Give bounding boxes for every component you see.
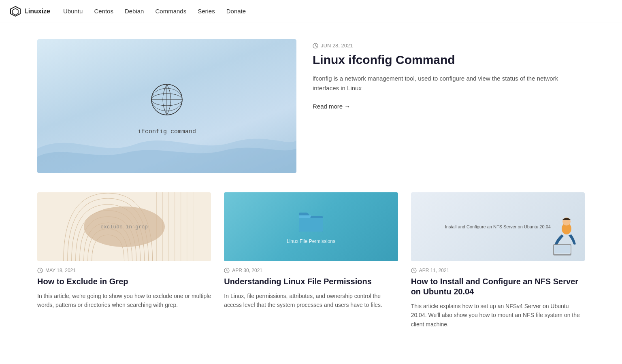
card-date-grep: MAY 18, 2021	[37, 268, 211, 273]
svg-marker-1	[13, 9, 18, 15]
card-grid: exclude in grep MAY 18, 2021 How to Excl…	[37, 192, 585, 329]
featured-title: Linux ifconfig Command	[313, 53, 585, 67]
clock-icon-grep	[37, 268, 43, 273]
svg-line-19	[40, 270, 41, 271]
card-title-grep: How to Exclude in Grep	[37, 277, 211, 287]
globe-icon	[145, 77, 189, 122]
featured-image: ifconfig command	[37, 39, 296, 173]
nav-ubuntu[interactable]: Ubuntu	[63, 8, 83, 15]
card-desc-permissions: In Linux, file permissions, attributes, …	[224, 292, 398, 310]
grep-blob: exclude in grep	[84, 206, 165, 247]
card-grep: exclude in grep MAY 18, 2021 How to Excl…	[37, 192, 211, 329]
svg-line-9	[315, 46, 317, 47]
card-permissions: Linux File Permissions APR 30, 2021 Unde…	[224, 192, 398, 329]
person-illustration	[548, 217, 581, 261]
nav-links: Ubuntu Centos Debian Commands Series Don…	[63, 8, 246, 15]
clock-icon-nfs	[411, 268, 417, 273]
featured-description: ifconfig is a network management tool, u…	[313, 74, 585, 93]
nav-debian[interactable]: Debian	[125, 8, 144, 15]
card-image-nfs: Install and Configure an NFS Server on U…	[411, 192, 585, 261]
nav-series[interactable]: Series	[198, 8, 215, 15]
svg-rect-27	[554, 245, 570, 253]
clock-icon	[313, 43, 318, 49]
svg-line-22	[227, 270, 228, 271]
featured-image-caption: ifconfig command	[138, 128, 196, 135]
read-more-link[interactable]: Read more →	[313, 103, 350, 110]
folder-icon	[297, 209, 325, 234]
featured-article: ifconfig command JUN 28, 2021 Linux ifco…	[37, 39, 585, 173]
logo-text: Linuxize	[24, 8, 50, 15]
nfs-text-overlay: Install and Configure an NFS Server on U…	[445, 224, 551, 230]
card-title-permissions: Understanding Linux File Permissions	[224, 277, 398, 287]
featured-info: JUN 28, 2021 Linux ifconfig Command ifco…	[313, 39, 585, 173]
card-date-nfs: APR 11, 2021	[411, 268, 585, 273]
card-desc-grep: In this article, we're going to show you…	[37, 292, 211, 310]
navbar: Linuxize Ubuntu Centos Debian Commands S…	[0, 0, 622, 23]
logo-link[interactable]: Linuxize	[10, 6, 50, 17]
nav-donate[interactable]: Donate	[226, 8, 246, 15]
nav-centos[interactable]: Centos	[94, 8, 113, 15]
card-image-grep: exclude in grep	[37, 192, 211, 261]
card-desc-nfs: This article explains how to set up an N…	[411, 302, 585, 329]
card-title-nfs: How to Install and Configure an NFS Serv…	[411, 277, 585, 297]
card-image-permissions: Linux File Permissions	[224, 192, 398, 261]
featured-date: JUN 28, 2021	[313, 43, 585, 49]
main-content: ifconfig command JUN 28, 2021 Linux ifco…	[28, 23, 594, 345]
svg-line-30	[414, 270, 415, 271]
card-nfs: Install and Configure an NFS Server on U…	[411, 192, 585, 329]
clock-icon-permissions	[224, 268, 230, 273]
logo-icon	[10, 6, 21, 17]
nav-commands[interactable]: Commands	[155, 8, 186, 15]
card-date-permissions: APR 30, 2021	[224, 268, 398, 273]
